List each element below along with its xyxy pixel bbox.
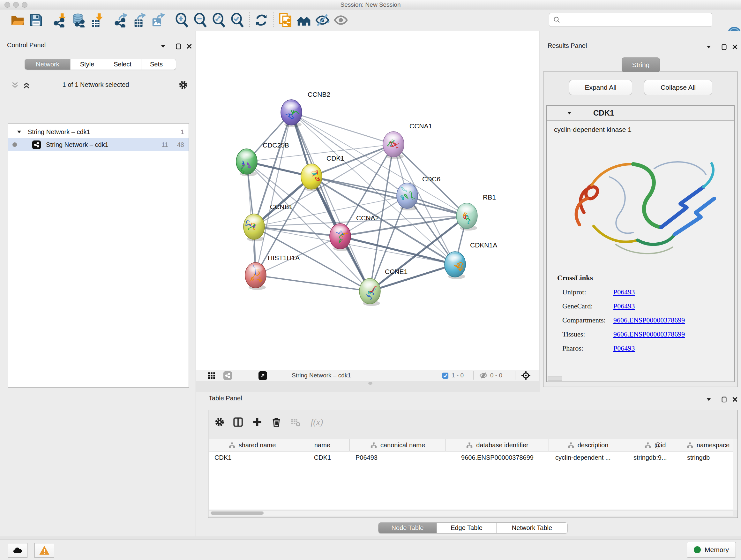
network-edge[interactable] — [256, 275, 370, 291]
table-cell[interactable]: CDK1 — [209, 451, 295, 463]
crosslink-tissues-link[interactable]: 9606.ENSP00000378699 — [613, 330, 685, 338]
network-view-mode-button[interactable] — [223, 371, 232, 380]
zoom-fit-button[interactable] — [210, 11, 228, 29]
export-table-button[interactable] — [130, 11, 149, 29]
memory-button[interactable]: Memory — [687, 542, 736, 558]
network-node-CDKN1A[interactable]: CDKN1A — [445, 241, 497, 279]
table-cell[interactable]: cyclin-dependent ... — [549, 451, 627, 463]
results-scrollbar-stub[interactable] — [548, 376, 562, 381]
open-in-browser-button[interactable] — [259, 371, 267, 380]
zoom-out-button[interactable] — [191, 11, 210, 29]
export-network-button[interactable] — [112, 11, 130, 29]
save-session-button[interactable] — [27, 11, 45, 29]
network-canvas[interactable]: CCNB2CCNA1CDC25BCDK1CDC6RB1CCNB1CCNA2CDK… — [196, 30, 539, 370]
column-header-shared-name[interactable]: shared name — [209, 439, 295, 451]
table-options-button[interactable] — [213, 415, 226, 429]
cloud-status-button[interactable] — [8, 543, 27, 558]
collapse-all-button[interactable]: Collapse All — [644, 80, 712, 95]
apply-style-refresh-button[interactable] — [252, 11, 271, 29]
import-network-button[interactable] — [51, 11, 69, 29]
network-node-CCNA1[interactable]: CCNA1 — [383, 122, 432, 159]
tab-edge-table[interactable]: Edge Table — [437, 523, 496, 533]
results-panel-menu-icon[interactable] — [705, 44, 712, 51]
delete-table-button[interactable] — [289, 415, 302, 429]
results-panel-float-icon[interactable] — [721, 44, 728, 51]
column-header-canonical-name[interactable]: canonical name — [350, 439, 446, 451]
table-cell[interactable]: CDK1 — [295, 451, 350, 463]
collection-expander-icon[interactable] — [16, 129, 22, 135]
collapse-all-networks-icon[interactable] — [11, 81, 19, 89]
tab-node-table[interactable]: Node Table — [379, 523, 437, 533]
table-cell[interactable]: P06493 — [350, 451, 446, 463]
import-table-button[interactable] — [88, 11, 106, 29]
selected-checkbox-icon[interactable] — [442, 372, 449, 379]
scrollbar-thumb[interactable] — [211, 511, 264, 515]
network-edge[interactable] — [291, 112, 467, 216]
show-hidden-button[interactable] — [332, 11, 350, 29]
network-edge[interactable] — [370, 264, 455, 291]
crosshair-icon — [521, 370, 531, 381]
table-cell[interactable]: stringdb:9... — [627, 451, 683, 463]
grid-view-button[interactable] — [207, 371, 216, 380]
show-all-networks-button[interactable] — [294, 11, 313, 29]
zoom-selected-button[interactable] — [228, 11, 247, 29]
network-collection-row[interactable]: String Network – cdk1 1 — [8, 125, 189, 138]
network-edge[interactable] — [254, 196, 407, 227]
table-horizontal-scrollbar[interactable] — [209, 510, 733, 516]
export-image-button[interactable] — [149, 11, 167, 29]
splitter-grip[interactable] — [368, 382, 373, 385]
birdseye-view-button[interactable] — [521, 371, 531, 380]
protein-card-header[interactable]: CDK1 — [547, 106, 734, 121]
table-vertical-scrollbar[interactable] — [733, 439, 738, 510]
expand-all-networks-icon[interactable] — [22, 81, 30, 89]
column-header-namespace[interactable]: namespace — [683, 439, 733, 451]
column-header-id[interactable]: @id — [627, 439, 683, 451]
crosslink-pharos-link[interactable]: P06493 — [613, 344, 635, 353]
crosslink-genecard-link[interactable]: P06493 — [613, 302, 635, 310]
clone-network-button[interactable] — [276, 11, 294, 29]
protein-expander-icon[interactable] — [566, 110, 572, 116]
delete-column-button[interactable] — [270, 415, 283, 429]
control-panel-close-icon[interactable] — [186, 43, 193, 50]
results-panel-close-icon[interactable] — [731, 44, 738, 51]
network-edge[interactable] — [291, 112, 370, 291]
column-header-database-identifier[interactable]: database identifier — [446, 439, 549, 451]
control-panel-float-icon[interactable] — [175, 43, 182, 50]
zoom-in-button[interactable] — [173, 11, 191, 29]
show-columns-button[interactable] — [232, 415, 245, 429]
network-edge[interactable] — [291, 112, 394, 144]
table-panel-float-icon[interactable] — [721, 396, 728, 403]
crosslink-label: GeneCard: — [562, 302, 593, 310]
table-panel-close-icon[interactable] — [731, 396, 738, 403]
expand-all-button[interactable]: Expand All — [569, 80, 632, 95]
network-edge[interactable] — [256, 112, 291, 275]
crosslink-compartments-link[interactable]: 9606.ENSP00000378699 — [613, 316, 685, 324]
tab-string[interactable]: String — [622, 57, 660, 72]
hide-selected-button[interactable] — [313, 11, 332, 29]
control-panel-menu-icon[interactable] — [159, 43, 166, 50]
tab-style[interactable]: Style — [71, 59, 104, 70]
column-header-description[interactable]: description — [549, 439, 627, 451]
tab-network[interactable]: Network — [25, 59, 71, 70]
warnings-button[interactable] — [35, 543, 54, 558]
network-node-HIST1H1A[interactable]: HIST1H1A — [245, 254, 300, 290]
create-column-button[interactable] — [251, 415, 264, 429]
network-node-RB1[interactable]: RB1 — [456, 193, 496, 231]
table-cell[interactable]: 9606.ENSP00000378699 — [446, 451, 549, 463]
function-builder-button[interactable]: f(x) — [306, 415, 328, 429]
external-link-icon — [260, 373, 266, 378]
tab-sets[interactable]: Sets — [141, 59, 172, 70]
import-network-from-database-button[interactable] — [69, 11, 88, 29]
tab-select[interactable]: Select — [104, 59, 141, 70]
search-input[interactable] — [561, 16, 702, 23]
table-panel-menu-icon[interactable] — [705, 396, 712, 403]
column-header-name[interactable]: name — [295, 439, 350, 451]
network-row[interactable]: String Network – cdk1 11 48 — [8, 138, 189, 151]
open-session-button[interactable] — [8, 11, 27, 29]
import-network-icon — [53, 13, 67, 27]
table-cell[interactable]: stringdb — [683, 451, 733, 463]
network-node-CCNB2[interactable]: CCNB2 — [281, 91, 330, 127]
crosslink-uniprot-link[interactable]: P06493 — [613, 288, 635, 296]
tab-network-table[interactable]: Network Table — [496, 523, 567, 533]
network-options-gear-icon[interactable] — [178, 80, 188, 90]
